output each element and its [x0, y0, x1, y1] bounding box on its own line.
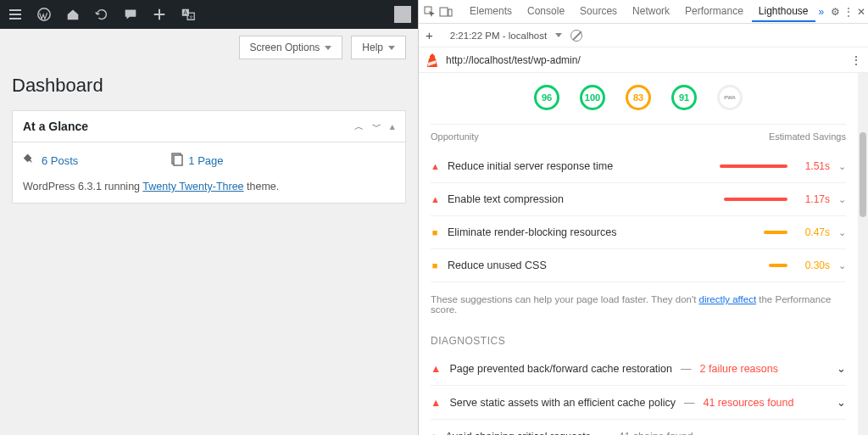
avatar[interactable]: [394, 6, 411, 23]
report-url: http://localhost/test/wp-admin/: [446, 54, 581, 66]
devtools-tabstrip: ElementsConsoleSourcesNetworkPerformance…: [419, 0, 868, 24]
chevron-down-icon[interactable]: ⌄: [838, 227, 846, 238]
score-gauge[interactable]: PWA: [717, 85, 743, 110]
gear-icon[interactable]: ⚙: [831, 5, 840, 19]
chevron-down-icon[interactable]: ⌄: [838, 260, 846, 271]
diagnostic-row[interactable]: ▲Page prevented back/forward cache resto…: [431, 352, 846, 386]
close-icon[interactable]: ✕: [857, 5, 865, 19]
severity-icon: ■: [431, 260, 439, 270]
severity-icon: ▲: [431, 397, 441, 409]
move-up-icon[interactable]: ︿: [354, 120, 364, 133]
scrollbar[interactable]: [858, 73, 868, 435]
opportunity-label: Reduce unused CSS: [448, 259, 760, 271]
wp-version-info: WordPress 6.3.1 running Twenty Twenty-Th…: [23, 181, 395, 192]
savings-bar: [724, 198, 787, 201]
move-down-icon[interactable]: ﹀: [372, 120, 381, 133]
score-gauge[interactable]: 100: [580, 85, 605, 110]
directly-affect-link[interactable]: directly affect: [699, 294, 757, 304]
chevron-down-icon[interactable]: ⌄: [837, 396, 846, 409]
savings-header: Estimated Savings: [769, 131, 846, 142]
score-gauge[interactable]: 91: [671, 85, 697, 110]
lighthouse-icon: [426, 53, 439, 68]
savings-value: 0.30s: [796, 259, 830, 271]
tab-network[interactable]: Network: [626, 2, 676, 22]
device-icon[interactable]: [439, 5, 453, 19]
kebab-icon[interactable]: ⋮: [851, 54, 861, 66]
new-report-icon[interactable]: +: [426, 28, 433, 42]
savings-bar: [769, 264, 787, 267]
wordpress-admin: A文 Screen Options Help Dashboard At a Gl…: [0, 0, 419, 435]
lighthouse-report: 961008391PWA Opportunity Estimated Savin…: [419, 73, 858, 435]
chevron-down-icon: [388, 46, 395, 50]
more-tabs-icon[interactable]: »: [819, 5, 825, 19]
page-icon: [171, 153, 183, 169]
tab-elements[interactable]: Elements: [463, 2, 519, 22]
score-gauge[interactable]: 83: [626, 85, 651, 110]
pages-stat[interactable]: 1 Page: [171, 153, 223, 169]
theme-link[interactable]: Twenty Twenty-Three: [142, 181, 243, 192]
scrollbar-thumb[interactable]: [860, 132, 866, 217]
lighthouse-toolbar: + 2:21:22 PM - localhost: [419, 24, 868, 47]
tab-lighthouse[interactable]: Lighthouse: [752, 2, 815, 22]
translate-icon[interactable]: A文: [180, 6, 197, 23]
chevron-down-icon[interactable]: ⌄: [837, 430, 846, 435]
chevron-down-icon[interactable]: ⌄: [838, 161, 846, 172]
diagnostic-label: Avoid chaining critical requests: [446, 431, 591, 436]
tab-performance[interactable]: Performance: [678, 2, 750, 22]
opportunity-row[interactable]: ■Eliminate render-blocking resources0.47…: [431, 216, 846, 249]
opportunity-note: These suggestions can help your page loa…: [431, 282, 846, 326]
chevron-down-icon[interactable]: ⌄: [838, 194, 846, 205]
tab-sources[interactable]: Sources: [573, 2, 624, 22]
wp-content: Screen Options Help Dashboard At a Glanc…: [0, 29, 418, 435]
severity-icon: ▲: [431, 194, 439, 204]
opportunity-label: Reduce initial server response time: [448, 160, 711, 172]
admin-toolbar: A文: [0, 0, 418, 29]
opportunity-row[interactable]: ▲Enable text compression1.17s⌄: [431, 183, 846, 216]
opportunity-row[interactable]: ▲Reduce initial server response time1.51…: [431, 150, 846, 183]
diagnostic-sub: 41 resources found: [703, 397, 793, 409]
plus-icon[interactable]: [151, 6, 168, 23]
box-title: At a Glance: [23, 120, 88, 133]
menu-icon[interactable]: [7, 6, 24, 23]
opportunity-label: Enable text compression: [448, 193, 715, 205]
severity-icon: ▲: [431, 161, 439, 171]
savings-value: 0.47s: [796, 226, 830, 238]
diagnostic-row[interactable]: ▲Serve static assets with an efficient c…: [431, 386, 846, 420]
tab-console[interactable]: Console: [520, 2, 571, 22]
wordpress-icon[interactable]: [36, 6, 53, 23]
savings-bar: [764, 231, 787, 234]
chevron-down-icon[interactable]: ⌄: [837, 362, 846, 375]
comment-icon[interactable]: [122, 6, 139, 23]
pushpin-icon: [23, 153, 36, 169]
opportunity-header: Opportunity: [431, 131, 479, 142]
diagnostic-sub: 2 failure reasons: [700, 363, 778, 375]
diagnostic-label: Page prevented back/forward cache restor…: [449, 363, 672, 375]
help-label: Help: [362, 42, 383, 53]
diagnostic-row[interactable]: ○Avoid chaining critical requests — 41 c…: [431, 420, 846, 435]
score-gauge[interactable]: 96: [534, 85, 559, 110]
kebab-icon[interactable]: ⋮: [843, 5, 854, 19]
home-icon[interactable]: [64, 6, 81, 23]
box-body: 6 Posts 1 Page WordPress 6.3.1 running T…: [13, 142, 405, 203]
at-a-glance-box: At a Glance ︿ ﹀ ▴ 6 Posts 1 Page: [12, 110, 406, 204]
report-time: 2:21:22 PM - localhost: [450, 31, 547, 41]
diagnostics-header: DIAGNOSTICS: [431, 326, 846, 352]
screen-options-label: Screen Options: [250, 42, 320, 53]
pages-count: 1 Page: [188, 154, 223, 167]
diagnostic-sub: 41 chains found: [618, 431, 693, 436]
chevron-down-icon: [325, 46, 331, 50]
opportunity-label: Eliminate render-blocking resources: [448, 226, 755, 238]
savings-bar: [720, 165, 787, 168]
box-header: At a Glance ︿ ﹀ ▴: [13, 111, 405, 142]
toggle-icon[interactable]: ▴: [390, 121, 395, 132]
opportunity-row[interactable]: ■Reduce unused CSS0.30s⌄: [431, 249, 846, 282]
severity-icon: ○: [431, 431, 437, 436]
chevron-down-icon[interactable]: [555, 33, 562, 37]
devtools-panel: ElementsConsoleSourcesNetworkPerformance…: [419, 0, 868, 435]
help-button[interactable]: Help: [351, 36, 406, 59]
inspect-icon[interactable]: [424, 5, 436, 19]
posts-stat[interactable]: 6 Posts: [23, 153, 78, 169]
screen-options-button[interactable]: Screen Options: [239, 36, 343, 59]
clear-icon[interactable]: [570, 30, 582, 42]
refresh-icon[interactable]: [93, 6, 110, 23]
